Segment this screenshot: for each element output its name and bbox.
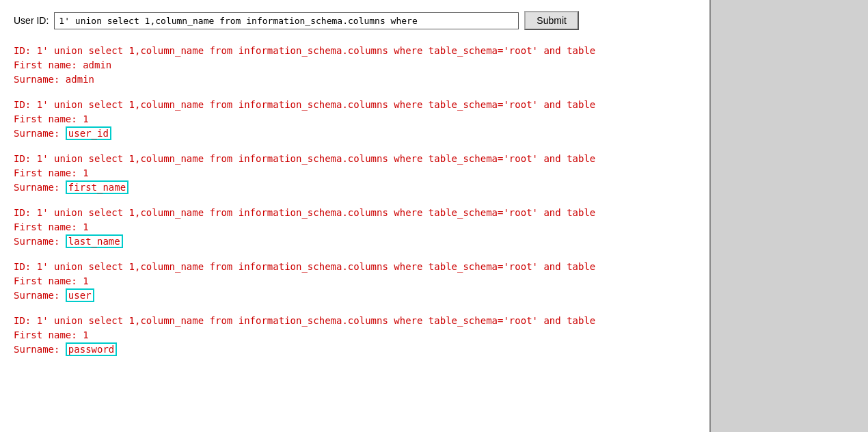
surname-value: first_name <box>66 180 128 194</box>
surname-value: admin <box>66 74 94 85</box>
result-block: ID: 1' union select 1,column_name from i… <box>14 206 696 249</box>
surname-line: Surname: user <box>14 288 696 303</box>
result-block: ID: 1' union select 1,column_name from i… <box>14 314 696 357</box>
surname-line: Surname: admin <box>14 72 696 87</box>
result-block: ID: 1' union select 1,column_name from i… <box>14 98 696 141</box>
id-line: ID: 1' union select 1,column_name from i… <box>14 206 696 220</box>
firstname-line: First name: 1 <box>14 112 696 126</box>
user-id-input[interactable] <box>54 12 519 29</box>
firstname-line: First name: admin <box>14 58 696 72</box>
surname-line: Surname: password <box>14 342 696 357</box>
surname-line: Surname: last_name <box>14 234 696 249</box>
surname-label: Surname: <box>14 290 66 301</box>
right-panel <box>711 0 868 432</box>
result-block: ID: 1' union select 1,column_name from i… <box>14 260 696 303</box>
firstname-line: First name: 1 <box>14 274 696 288</box>
id-line: ID: 1' union select 1,column_name from i… <box>14 314 696 328</box>
result-block: ID: 1' union select 1,column_name from i… <box>14 152 696 195</box>
id-line: ID: 1' union select 1,column_name from i… <box>14 152 696 166</box>
id-line: ID: 1' union select 1,column_name from i… <box>14 98 696 112</box>
surname-label: Surname: <box>14 128 66 139</box>
surname-value: password <box>66 342 117 356</box>
surname-label: Surname: <box>14 344 66 355</box>
submit-button[interactable]: Submit <box>524 11 579 30</box>
result-block: ID: 1' union select 1,column_name from i… <box>14 44 696 87</box>
id-line: ID: 1' union select 1,column_name from i… <box>14 260 696 274</box>
surname-label: Surname: <box>14 74 66 85</box>
id-line: ID: 1' union select 1,column_name from i… <box>14 44 696 58</box>
surname-label: Surname: <box>14 236 66 247</box>
surname-value: last_name <box>66 234 123 248</box>
surname-line: Surname: first_name <box>14 180 696 195</box>
surname-value: user_id <box>66 126 111 140</box>
surname-line: Surname: user_id <box>14 126 696 141</box>
surname-label: Surname: <box>14 182 66 193</box>
page-wrapper: User ID: Submit ID: 1' union select 1,co… <box>0 0 868 432</box>
user-id-form: User ID: Submit <box>14 11 696 30</box>
firstname-line: First name: 1 <box>14 328 696 342</box>
user-id-label: User ID: <box>14 15 49 26</box>
firstname-line: First name: 1 <box>14 220 696 234</box>
results-container: ID: 1' union select 1,column_name from i… <box>14 44 696 357</box>
firstname-line: First name: 1 <box>14 166 696 180</box>
surname-value: user <box>66 288 94 302</box>
main-content: User ID: Submit ID: 1' union select 1,co… <box>0 0 711 432</box>
